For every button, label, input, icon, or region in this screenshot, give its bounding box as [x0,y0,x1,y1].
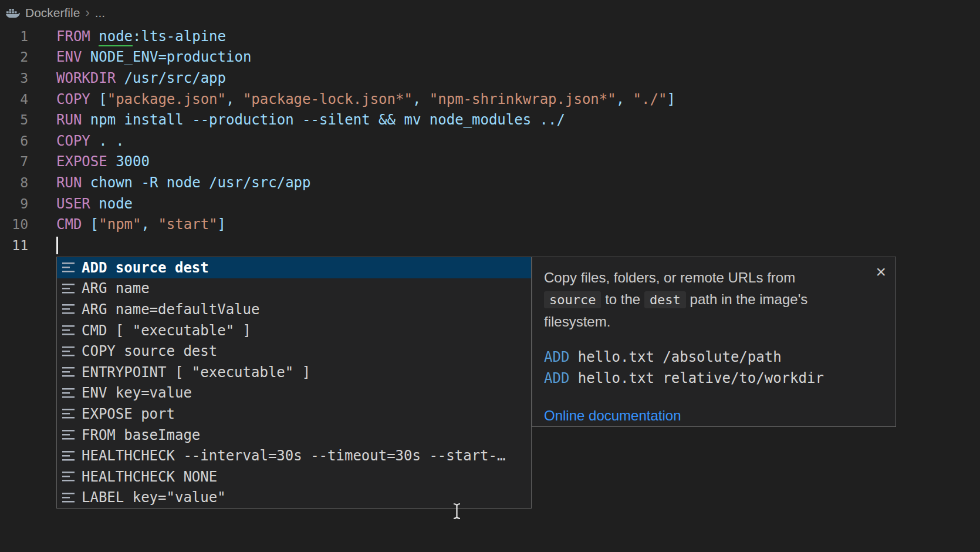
code-line[interactable]: 4COPY ["package.json", "package-lock.jso… [0,89,980,110]
online-documentation-link[interactable]: Online documentation [544,405,681,426]
suggest-item-label: HEALTHCHECK --interval=30s --timeout=30s… [82,447,505,464]
snippet-icon [62,451,75,461]
breadcrumb: Dockerfile › ... [0,0,980,26]
suggest-item-label: HEALTHCHECK NONE [82,469,217,485]
code-token: chown -R node /usr/src/app [82,174,310,191]
suggest-item[interactable]: ARG name [57,278,531,299]
code-token: "package.json" [107,91,226,107]
snippet-icon [62,388,75,398]
code-token: NODE_ENV=production [82,49,251,65]
code-token: [ [90,91,107,107]
line-number: 11 [0,238,28,253]
code-line[interactable]: 11 [0,235,980,256]
code-text: COPY ["package.json", "package-lock.json… [56,91,675,107]
code-token: :lts-alpine [133,28,226,45]
code-token: [ [82,216,99,233]
code-token: "npm-shrinkwrap.json*" [430,91,616,107]
code-line[interactable]: 6COPY . . [0,130,980,152]
code-token: RUN [56,112,82,128]
suggest-item[interactable]: ADD source dest [57,257,531,278]
description-text: Copy files, folders, or remote URLs from [544,270,795,285]
suggest-list: ADD source destARG nameARG name=defaultV… [57,257,531,508]
code-text: RUN npm install --production --silent &&… [56,112,565,128]
snippet-icon [62,284,75,294]
code-line[interactable]: 7EXPOSE 3000 [0,152,980,173]
line-number: 8 [0,175,28,190]
snippet-icon [62,493,75,503]
suggest-docs-panel: × Copy files, folders, or remote URLs fr… [532,257,896,427]
code-text: RUN chown -R node /usr/src/app [56,174,311,191]
suggest-item[interactable]: HEALTHCHECK --interval=30s --timeout=30s… [57,445,531,466]
code-line[interactable]: 8RUN chown -R node /usr/src/app [0,172,980,193]
code-token: , [226,91,243,107]
snippet-icon [62,262,75,272]
suggest-item[interactable]: HEALTHCHECK NONE [57,466,531,487]
line-number: 7 [0,154,28,169]
snippet-icon [62,346,75,356]
code-token: COPY [56,133,90,149]
line-number: 5 [0,112,28,127]
line-number: 1 [0,29,28,44]
code-token: WORKDIR [56,70,116,86]
suggest-item[interactable]: ENV key=value [57,383,531,404]
code-token: node [99,28,133,46]
code-text: ENV NODE_ENV=production [56,49,251,65]
suggest-item-label: LABEL key="value" [82,489,226,506]
suggest-item[interactable]: FROM baseImage [57,425,531,446]
suggest-item-label: CMD [ "executable" ] [82,322,251,339]
code-token: . . [90,133,124,149]
code-line[interactable]: 1FROM node:lts-alpine [0,26,980,47]
code-line[interactable]: 3WORKDIR /usr/src/app [0,68,980,89]
snippet-icon [62,430,75,440]
code-token: , [413,91,430,107]
code-token [90,28,99,45]
editor: 1FROM node:lts-alpine2ENV NODE_ENV=produ… [0,26,980,256]
chevron-right-icon: › [85,5,89,21]
suggest-item[interactable]: ARG name=defaultValue [57,299,531,320]
code-line[interactable]: 9USER node [0,193,980,214]
code-token: , [141,216,158,233]
suggest-item[interactable]: EXPOSE port [57,403,531,425]
code-line[interactable]: 10CMD ["npm", "start"] [0,214,980,235]
code-text: COPY . . [56,133,124,149]
example-keyword: ADD [544,349,569,365]
snippet-icon [62,367,75,377]
text-cursor [56,237,58,254]
docs-examples: ADD hello.txt /absolute/pathADD hello.tx… [544,346,884,389]
suggest-item-label: ARG name [82,280,150,297]
line-number: 3 [0,70,28,86]
code-token: 3000 [107,153,150,170]
suggest-item[interactable]: ENTRYPOINT [ "executable" ] [57,362,531,383]
line-number: 9 [0,196,28,211]
code-token: COPY [56,91,90,107]
snippet-icon [62,325,75,335]
code-token: RUN [56,174,82,191]
snippet-icon [62,472,75,482]
suggest-item-label: COPY source dest [82,343,217,359]
code-text: CMD ["npm", "start"] [56,216,226,233]
breadcrumb-symbol[interactable]: ... [95,6,106,20]
breadcrumb-file[interactable]: Dockerfile [25,6,80,20]
example-args: hello.txt /absolute/path [569,349,781,365]
code-line[interactable]: 2ENV NODE_ENV=production [0,47,980,68]
snippet-icon [62,304,75,314]
code-token: ] [667,91,675,107]
suggest-item[interactable]: COPY source dest [57,341,531,362]
code-token: ] [218,216,226,233]
code-token: "npm" [99,216,141,233]
suggest-item-label: ARG name=defaultValue [82,301,259,318]
suggest-item[interactable]: CMD [ "executable" ] [57,320,531,341]
code-token: EXPOSE [56,153,107,170]
code-token: CMD [56,216,82,233]
example-code-line: ADD hello.txt relative/to/workdir [544,368,884,389]
code-token: "start" [158,216,217,233]
code-token: "./" [633,91,667,107]
line-number: 4 [0,92,28,107]
close-icon[interactable]: × [876,261,886,282]
code-token: ENV [56,49,82,65]
code-line[interactable]: 5RUN npm install --production --silent &… [0,109,980,130]
example-args: hello.txt relative/to/workdir [569,370,823,386]
code-text: WORKDIR /usr/src/app [56,70,226,86]
example-keyword: ADD [544,370,569,386]
suggest-item-label: ENV key=value [82,385,192,401]
